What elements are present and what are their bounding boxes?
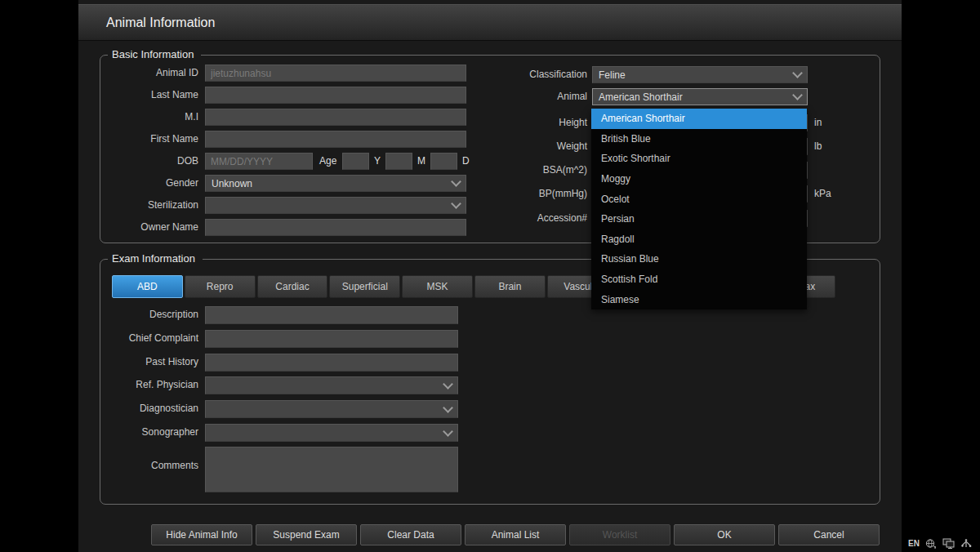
- animal-breed-dropdown-list: American Shorthair British Blue Exotic S…: [591, 109, 807, 309]
- chevron-down-icon: [792, 68, 803, 78]
- height-unit: in: [814, 114, 822, 131]
- dob-label: DOB: [100, 153, 198, 170]
- screen: Animal Information Basic Information Ani…: [0, 0, 980, 552]
- tab-abd[interactable]: ABD: [112, 275, 183, 298]
- network-icon[interactable]: [925, 538, 937, 549]
- ref-physician-select[interactable]: [205, 376, 458, 394]
- chief-complaint-label: Chief Complaint: [100, 330, 198, 347]
- ok-button[interactable]: OK: [674, 524, 775, 545]
- classification-value: Feline: [599, 69, 626, 81]
- dialog-title: Animal Information: [106, 5, 215, 41]
- dropdown-option-scottish-fold[interactable]: Scottish Fold: [591, 269, 807, 290]
- description-input[interactable]: [205, 306, 458, 324]
- animal-id-label: Animal ID: [100, 65, 198, 82]
- dropdown-option-persian[interactable]: Persian: [591, 209, 807, 229]
- language-indicator[interactable]: EN: [908, 539, 920, 548]
- weight-label: Weight: [497, 138, 587, 155]
- animal-value: American Shorthair: [599, 91, 683, 103]
- age-label: Age: [319, 153, 336, 170]
- age-days-input[interactable]: [430, 153, 457, 170]
- tab-msk[interactable]: MSK: [402, 275, 473, 298]
- dropdown-option-american-shorthair[interactable]: American Shorthair: [591, 109, 807, 129]
- accession-label: Accession#: [497, 210, 587, 227]
- animal-list-button[interactable]: Animal List: [465, 524, 566, 545]
- suspend-exam-button[interactable]: Suspend Exam: [256, 524, 357, 545]
- animal-information-dialog: Animal Information Basic Information Ani…: [78, 0, 902, 552]
- middle-initial-input[interactable]: [205, 109, 466, 126]
- age-years-input[interactable]: [342, 153, 369, 170]
- owner-name-input[interactable]: [205, 219, 466, 236]
- diagnostician-label: Diagnostician: [100, 400, 198, 417]
- dob-date-input[interactable]: [205, 153, 313, 170]
- tab-repro[interactable]: Repro: [185, 275, 256, 298]
- tab-brain[interactable]: Brain: [474, 275, 546, 298]
- dropdown-option-exotic-shorthair[interactable]: Exotic Shorthair: [591, 149, 807, 169]
- hide-animal-info-button[interactable]: Hide Animal Info: [151, 524, 252, 545]
- owner-name-label: Owner Name: [100, 219, 198, 236]
- dropdown-option-british-blue[interactable]: British Blue: [591, 129, 807, 149]
- clear-data-button[interactable]: Clear Data: [360, 524, 461, 545]
- exam-information-title: Exam Information: [108, 252, 203, 265]
- height-label: Height: [497, 114, 587, 131]
- weight-unit: lb: [814, 138, 822, 155]
- chevron-down-icon: [451, 176, 461, 187]
- past-history-input[interactable]: [205, 354, 458, 372]
- worklist-button: Worklist: [569, 524, 670, 545]
- dialog-titlebar: Animal Information: [78, 4, 902, 41]
- sterilization-label: Sterilization: [100, 197, 198, 214]
- cancel-button[interactable]: Cancel: [778, 524, 880, 545]
- sonographer-label: Sonographer: [100, 424, 198, 441]
- bsa-label: BSA(m^2): [497, 162, 587, 179]
- chevron-down-icon: [792, 90, 803, 100]
- gender-select[interactable]: Unknown: [205, 175, 466, 192]
- classification-select[interactable]: Feline: [592, 66, 808, 83]
- first-name-input[interactable]: [205, 131, 466, 148]
- chevron-down-icon: [443, 426, 453, 437]
- dropdown-option-russian-blue[interactable]: Russian Blue: [591, 249, 807, 269]
- description-label: Description: [100, 306, 198, 323]
- chevron-down-icon: [443, 403, 453, 413]
- dropdown-option-ocelot[interactable]: Ocelot: [591, 189, 807, 209]
- last-name-label: Last Name: [100, 87, 198, 104]
- sterilization-select[interactable]: [205, 197, 466, 214]
- age-months-unit: M: [417, 153, 425, 170]
- age-years-unit: Y: [374, 153, 381, 170]
- chevron-down-icon: [443, 379, 453, 390]
- animal-id-input[interactable]: [205, 65, 466, 82]
- basic-information-title: Basic Information: [108, 48, 201, 60]
- age-days-unit: D: [462, 153, 470, 170]
- chevron-down-icon: [451, 198, 461, 209]
- comments-textarea[interactable]: [205, 447, 458, 492]
- dual-display-icon[interactable]: [942, 538, 955, 549]
- usb-icon[interactable]: [960, 538, 972, 549]
- age-months-input[interactable]: [385, 153, 412, 170]
- gender-value: Unknown: [212, 178, 252, 189]
- ref-physician-label: Ref. Physician: [100, 376, 198, 394]
- past-history-label: Past History: [100, 354, 198, 371]
- system-tray: EN: [908, 538, 972, 549]
- dropdown-option-moggy[interactable]: Moggy: [591, 169, 807, 189]
- animal-select[interactable]: American Shorthair: [592, 88, 808, 105]
- animal-label: Animal: [497, 88, 587, 105]
- first-name-label: First Name: [100, 131, 198, 148]
- chief-complaint-input[interactable]: [205, 330, 458, 348]
- bp-unit: kPa: [814, 185, 831, 203]
- diagnostician-select[interactable]: [205, 400, 458, 418]
- tab-cardiac[interactable]: Cardiac: [257, 275, 328, 298]
- bp-label: BP(mmHg): [497, 185, 587, 203]
- sonographer-select[interactable]: [205, 424, 458, 442]
- dropdown-option-siamese[interactable]: Siamese: [591, 289, 807, 309]
- middle-initial-label: M.I: [100, 109, 198, 126]
- last-name-input[interactable]: [205, 87, 466, 104]
- comments-label: Comments: [100, 457, 198, 474]
- footer-button-bar: Hide Animal Info Suspend Exam Clear Data…: [151, 524, 880, 545]
- gender-label: Gender: [100, 175, 198, 192]
- dropdown-option-ragdoll[interactable]: Ragdoll: [591, 229, 807, 250]
- tab-superficial[interactable]: Superficial: [329, 275, 400, 298]
- classification-label: Classification: [497, 66, 587, 83]
